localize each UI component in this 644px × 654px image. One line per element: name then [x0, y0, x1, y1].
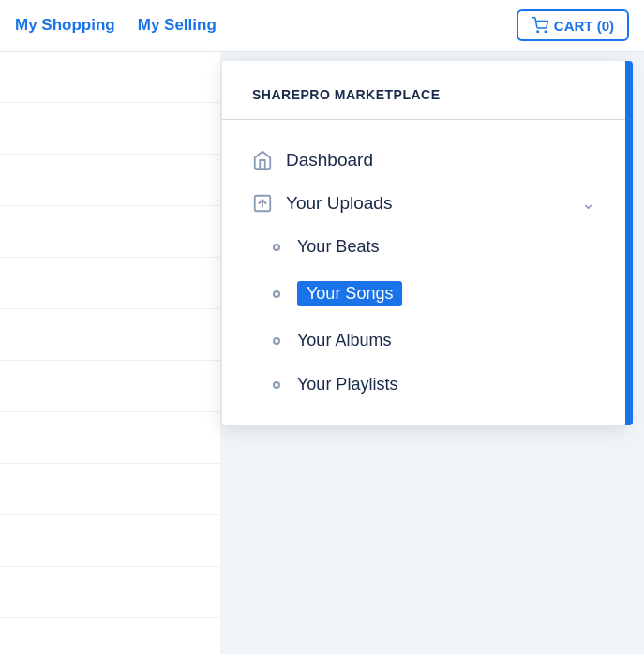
- cart-button[interactable]: CART (0): [517, 9, 629, 41]
- uploads-label: Your Uploads: [286, 193, 568, 214]
- cart-label: CART (0): [554, 18, 614, 34]
- nav-item-uploads[interactable]: Your Uploads ⌄: [222, 182, 625, 225]
- chevron-down-icon: ⌄: [581, 193, 595, 214]
- svg-point-0: [537, 31, 539, 33]
- sub-item-songs[interactable]: Your Songs: [222, 269, 625, 319]
- sub-item-beats[interactable]: Your Beats: [222, 225, 625, 269]
- sub-item-playlists[interactable]: Your Playlists: [222, 363, 625, 407]
- dropdown-title: SHAREPRO MARKETPLACE: [222, 87, 625, 119]
- my-shopping-link[interactable]: My Shopping: [15, 16, 115, 35]
- main-area: SHAREPRO MARKETPLACE Dashboard Your: [0, 52, 644, 654]
- upload-icon: [252, 193, 273, 214]
- sidebar-bg: [0, 52, 220, 654]
- bullet-beats: [273, 244, 280, 251]
- playlists-label: Your Playlists: [297, 375, 397, 394]
- songs-label: Your Songs: [297, 281, 402, 306]
- nav-item-dashboard[interactable]: Dashboard: [222, 139, 625, 182]
- home-icon: [252, 150, 273, 171]
- beats-label: Your Beats: [297, 237, 379, 257]
- dashboard-label: Dashboard: [286, 150, 595, 171]
- bullet-songs: [273, 290, 280, 298]
- top-nav: My Shopping My Selling CART (0): [0, 0, 644, 52]
- svg-point-1: [545, 31, 547, 33]
- sub-item-albums[interactable]: Your Albums: [222, 319, 625, 363]
- dropdown-panel: SHAREPRO MARKETPLACE Dashboard Your: [222, 61, 625, 425]
- cart-icon: [532, 17, 548, 34]
- bullet-albums: [273, 337, 280, 345]
- divider: [222, 119, 625, 120]
- my-selling-link[interactable]: My Selling: [138, 16, 217, 35]
- accent-bar: [625, 61, 633, 425]
- bullet-playlists: [273, 381, 280, 389]
- albums-label: Your Albums: [297, 331, 391, 350]
